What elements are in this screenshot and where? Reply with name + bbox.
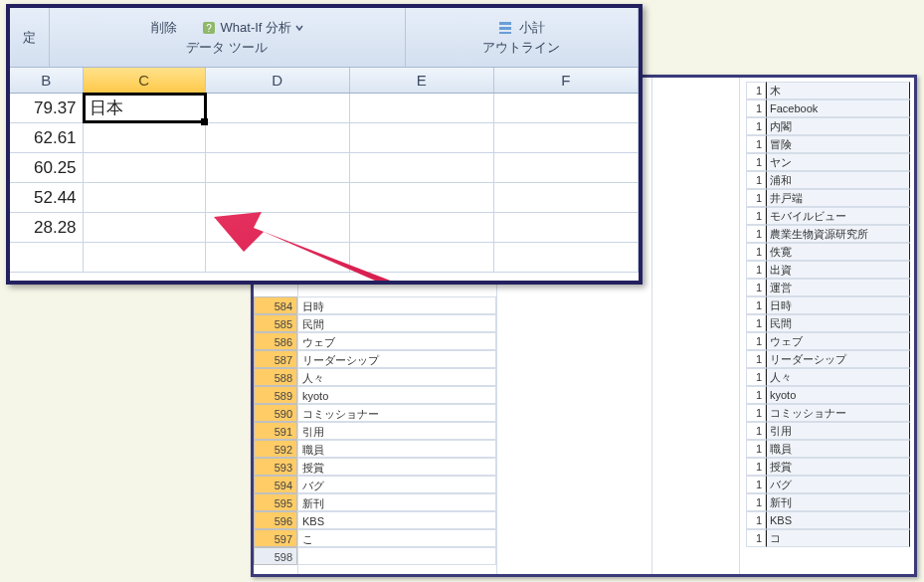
count-cell[interactable]: 1 (746, 511, 766, 529)
count-cell[interactable]: 1 (746, 243, 766, 261)
word-cell[interactable] (297, 547, 496, 565)
count-cell[interactable]: 1 (746, 171, 766, 189)
row-number[interactable]: 584 (254, 296, 297, 314)
cell[interactable] (350, 213, 494, 242)
right-word-cell[interactable]: コ (766, 529, 910, 547)
right-word-cell[interactable]: 井戸端 (766, 189, 910, 207)
count-cell[interactable]: 1 (746, 350, 766, 368)
cell[interactable] (494, 94, 639, 122)
word-cell[interactable]: 引用 (297, 422, 496, 440)
right-word-cell[interactable]: コミッショナー (766, 404, 910, 422)
word-cell[interactable]: リーダーシップ (297, 350, 496, 368)
cell[interactable] (206, 213, 350, 242)
word-cell[interactable]: 民間 (297, 314, 496, 332)
word-cell[interactable]: 日時 (297, 296, 496, 314)
count-cell[interactable]: 1 (746, 82, 766, 99)
cell-b[interactable]: 62.61 (10, 123, 84, 152)
word-cell[interactable]: KBS (297, 511, 496, 529)
cell[interactable] (84, 213, 206, 242)
cell[interactable] (206, 153, 350, 182)
cell[interactable] (84, 183, 206, 212)
row-number[interactable]: 589 (254, 386, 297, 404)
right-word-cell[interactable]: kyoto (766, 386, 910, 404)
right-word-cell[interactable]: 佚寛 (766, 243, 910, 261)
count-cell[interactable]: 1 (746, 404, 766, 422)
cell[interactable] (84, 123, 206, 152)
right-word-cell[interactable]: リーダーシップ (766, 350, 910, 368)
right-word-cell[interactable]: 運営 (766, 279, 910, 296)
count-cell[interactable]: 1 (746, 279, 766, 296)
cell[interactable] (350, 153, 494, 182)
count-cell[interactable]: 1 (746, 207, 766, 225)
count-cell[interactable]: 1 (746, 296, 766, 314)
count-cell[interactable]: 1 (746, 99, 766, 117)
count-cell[interactable]: 1 (746, 493, 766, 511)
right-word-cell[interactable]: 新刊 (766, 493, 910, 511)
cell[interactable] (494, 153, 639, 182)
cell-b[interactable]: 60.25 (10, 153, 84, 182)
right-word-cell[interactable]: 授賞 (766, 458, 910, 476)
count-cell[interactable]: 1 (746, 261, 766, 279)
row-number[interactable]: 591 (254, 422, 297, 440)
row-number[interactable]: 588 (254, 368, 297, 386)
right-word-cell[interactable]: 内閣 (766, 117, 910, 135)
right-word-cell[interactable]: 浦和 (766, 171, 910, 189)
row-number[interactable]: 596 (254, 511, 297, 529)
cell[interactable] (350, 94, 494, 122)
right-word-cell[interactable]: バグ (766, 476, 910, 493)
word-cell[interactable]: kyoto (297, 386, 496, 404)
row-number[interactable]: 597 (254, 529, 297, 547)
cell[interactable] (206, 94, 350, 122)
count-cell[interactable]: 1 (746, 422, 766, 440)
word-cell[interactable]: バグ (297, 476, 496, 493)
right-word-cell[interactable]: 木 (766, 82, 910, 99)
count-cell[interactable]: 1 (746, 386, 766, 404)
right-word-cell[interactable]: 冒険 (766, 135, 910, 153)
row-number[interactable]: 590 (254, 404, 297, 422)
col-header-f[interactable]: F (494, 68, 639, 93)
cell[interactable] (10, 243, 84, 272)
spreadsheet-grid[interactable]: B C D E F 79.37 日本 62.61 60.25 (10, 68, 639, 281)
count-cell[interactable]: 1 (746, 225, 766, 243)
delete-button[interactable]: 削除 (151, 19, 177, 37)
cell-b[interactable]: 28.28 (10, 213, 84, 242)
cell[interactable] (206, 243, 350, 272)
count-cell[interactable]: 1 (746, 189, 766, 207)
col-header-b[interactable]: B (10, 68, 84, 93)
word-cell[interactable]: 授賞 (297, 458, 496, 476)
subtotal-button[interactable]: 小計 (497, 19, 545, 37)
row-number[interactable]: 594 (254, 476, 297, 493)
cell[interactable] (494, 213, 639, 242)
count-cell[interactable]: 1 (746, 458, 766, 476)
count-cell[interactable]: 1 (746, 332, 766, 350)
word-cell[interactable]: ウェブ (297, 332, 496, 350)
cell[interactable] (494, 243, 639, 272)
count-cell[interactable]: 1 (746, 135, 766, 153)
cell[interactable] (350, 243, 494, 272)
word-cell[interactable]: 人々 (297, 368, 496, 386)
count-cell[interactable]: 1 (746, 314, 766, 332)
right-word-cell[interactable]: モバイルビュー (766, 207, 910, 225)
col-header-c[interactable]: C (84, 68, 206, 93)
cell[interactable] (206, 123, 350, 152)
word-cell[interactable]: 新刊 (297, 493, 496, 511)
right-word-cell[interactable]: ウェブ (766, 332, 910, 350)
cell[interactable] (350, 123, 494, 152)
count-cell[interactable]: 1 (746, 440, 766, 458)
row-number[interactable]: 586 (254, 332, 297, 350)
right-word-cell[interactable]: 引用 (766, 422, 910, 440)
count-cell[interactable]: 1 (746, 368, 766, 386)
count-cell[interactable]: 1 (746, 476, 766, 493)
col-header-e[interactable]: E (350, 68, 494, 93)
word-cell[interactable]: こ (297, 529, 496, 547)
right-word-cell[interactable]: KBS (766, 511, 910, 529)
row-number[interactable]: 587 (254, 350, 297, 368)
cell[interactable] (350, 183, 494, 212)
right-word-cell[interactable]: 農業生物資源研究所 (766, 225, 910, 243)
right-word-cell[interactable]: 日時 (766, 296, 910, 314)
right-word-cell[interactable]: 出資 (766, 261, 910, 279)
right-word-cell[interactable]: ヤン (766, 153, 910, 171)
word-cell[interactable]: 職員 (297, 440, 496, 458)
fill-handle[interactable] (201, 118, 208, 125)
cell[interactable] (84, 243, 206, 272)
